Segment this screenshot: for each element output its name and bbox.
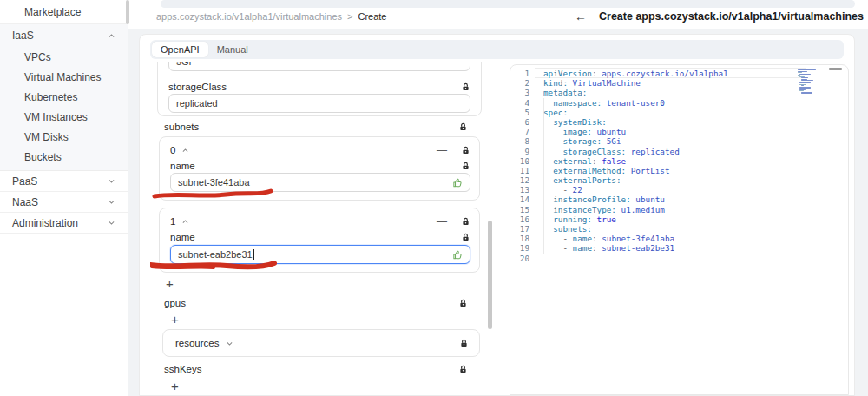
yaml-editor[interactable]: 1apiVersion: apps.cozystack.io/v1alpha12… xyxy=(510,64,849,395)
storageclass-value: replicated xyxy=(176,98,218,109)
editor-line: 6 systemDisk: xyxy=(510,117,848,127)
editor-line: 17 subnets: xyxy=(510,224,848,234)
thumbs-up-icon[interactable] xyxy=(452,177,464,188)
sidebar-item-vpcs[interactable]: VPCs xyxy=(0,47,128,67)
content-area: OpenAPI Manual 5Gi storageClass replicat… xyxy=(128,29,868,396)
sidebar-item-label: VM Disks xyxy=(24,131,69,143)
storageclass-input[interactable]: replicated xyxy=(168,94,470,113)
chevron-down-icon[interactable] xyxy=(226,340,233,347)
lock-icon[interactable] xyxy=(458,122,468,132)
background-page-strip xyxy=(161,0,855,8)
gpus-label: gpus xyxy=(164,298,186,308)
sidebar-section-administration[interactable]: Administration xyxy=(0,213,128,234)
editor-minimap-slider[interactable] xyxy=(829,68,842,70)
editor-line: 7 image: ubuntu xyxy=(510,127,848,136)
drawer-header: ← Create apps.cozystack.io/v1alpha1/virt… xyxy=(575,10,864,23)
sidebar-scrollbar[interactable] xyxy=(126,0,129,24)
editor-line: 13 - 22 xyxy=(510,185,848,195)
sidebar-item-virtual-machines[interactable]: Virtual Machines xyxy=(0,67,128,87)
subnet-name-value: subnet-eab2be31 xyxy=(178,249,253,260)
editor-line: 9 storageClass: replicated xyxy=(510,147,848,156)
name-label: name xyxy=(170,161,195,171)
sidebar-item-label: Virtual Machines xyxy=(24,71,102,83)
lock-icon[interactable] xyxy=(459,339,469,348)
editor-line: 16 running: true xyxy=(510,214,848,224)
sidebar-item-label: VPCs xyxy=(24,51,51,63)
screen: Marketplace IaaS VPCs Virtual Machines K… xyxy=(0,0,868,396)
sidebar-section-label: IaaS xyxy=(12,30,34,42)
remove-item-button[interactable]: — xyxy=(437,216,447,227)
chevron-down-icon xyxy=(108,177,115,185)
remove-item-button[interactable]: — xyxy=(437,145,447,155)
page-title: Create apps.cozystack.io/v1alpha1/virtua… xyxy=(599,10,864,23)
subnet-item-index: 1 xyxy=(170,216,175,227)
sidebar-section-naas[interactable]: NaaS xyxy=(0,192,128,213)
breadcrumb-separator: > xyxy=(347,11,352,22)
editor-line: 14 instanceProfile: ubuntu xyxy=(510,195,848,204)
sidebar-item-label: Marketplace xyxy=(24,6,81,18)
back-arrow-icon[interactable]: ← xyxy=(575,10,587,23)
openapi-form: 5Gi storageClass replicated subnets xyxy=(150,62,490,396)
sidebar-item-vm-instances[interactable]: VM Instances xyxy=(0,107,128,127)
add-sshkey-button[interactable]: + xyxy=(171,380,179,393)
sidebar-section-paas[interactable]: PaaS xyxy=(0,171,128,192)
editor-line: 15 instanceType: u1.medium xyxy=(510,205,848,214)
form-scrollbar[interactable] xyxy=(488,221,492,329)
breadcrumb-current: Create xyxy=(358,11,386,22)
lock-icon[interactable] xyxy=(461,217,470,227)
tab-manual[interactable]: Manual xyxy=(208,42,257,57)
subnet-name-input-0[interactable]: subnet-3fe41aba xyxy=(170,173,470,192)
sidebar-item-label: Kubernetes xyxy=(24,91,77,103)
sidebar-item-label: VM Instances xyxy=(24,111,88,123)
subnet-item-index: 0 xyxy=(170,145,175,155)
create-form-card: OpenAPI Manual 5Gi storageClass replicat… xyxy=(139,34,855,396)
systemdisk-group-card: 5Gi storageClass replicated xyxy=(157,62,482,116)
storage-input[interactable]: 5Gi xyxy=(168,62,470,71)
breadcrumb: apps.cozystack.io/v1alpha1/virtualmachin… xyxy=(156,11,386,22)
chevron-up-icon xyxy=(108,32,115,40)
editor-line: 8 storage: 5Gi xyxy=(510,136,848,146)
editor-line: 12 externalPorts: xyxy=(510,175,848,185)
sidebar-item-buckets[interactable]: Buckets xyxy=(0,147,128,167)
subnets-label: subnets xyxy=(164,122,199,132)
editor-minimap[interactable] xyxy=(798,69,822,96)
chevron-down-icon xyxy=(108,219,115,227)
subnet-name-input-1[interactable]: subnet-eab2be31 xyxy=(170,245,470,264)
add-subnet-button[interactable]: + xyxy=(166,277,174,290)
lock-icon[interactable] xyxy=(458,299,468,308)
thumbs-up-icon[interactable] xyxy=(452,249,464,261)
sidebar-item-marketplace[interactable]: Marketplace xyxy=(0,0,128,24)
add-gpu-button[interactable]: + xyxy=(171,313,179,326)
resources-label: resources xyxy=(175,338,220,348)
breadcrumb-path[interactable]: apps.cozystack.io/v1alpha1/virtualmachin… xyxy=(156,11,342,22)
text-cursor xyxy=(253,249,254,260)
lock-icon[interactable] xyxy=(461,82,470,92)
subnet-name-value: subnet-3fe41aba xyxy=(178,177,250,188)
sidebar-section-iaas[interactable]: IaaS xyxy=(0,24,128,47)
lock-icon[interactable] xyxy=(458,365,468,374)
sidebar-section-label: PaaS xyxy=(12,175,37,188)
name-label: name xyxy=(170,232,195,242)
chevron-up-icon[interactable] xyxy=(181,147,189,155)
sidebar: Marketplace IaaS VPCs Virtual Machines K… xyxy=(0,0,128,396)
lock-icon[interactable] xyxy=(461,233,470,242)
chevron-up-icon[interactable] xyxy=(181,218,189,226)
editor-line: 10 external: false xyxy=(510,156,848,166)
chevron-down-icon xyxy=(108,198,115,206)
resources-card[interactable]: resources xyxy=(162,329,480,357)
subnet-item-1-card: 1 — name subnet-eab2be31 xyxy=(159,208,480,273)
editor-line: 18 - name: subnet-3fe41aba xyxy=(510,234,848,243)
subnet-item-0-card: 0 — name subnet-3fe41aba xyxy=(159,136,480,201)
editor-line: 20 xyxy=(510,254,848,263)
sidebar-item-vm-disks[interactable]: VM Disks xyxy=(0,127,128,147)
sidebar-item-kubernetes[interactable]: Kubernetes xyxy=(0,87,128,107)
editor-lines: 1apiVersion: apps.cozystack.io/v1alpha12… xyxy=(510,69,848,263)
tab-bar: OpenAPI Manual xyxy=(150,40,844,59)
sidebar-section-label: NaaS xyxy=(12,196,38,208)
lock-icon[interactable] xyxy=(461,162,470,171)
sidebar-item-label: Buckets xyxy=(24,151,62,163)
tab-openapi[interactable]: OpenAPI xyxy=(152,42,208,57)
editor-line: 5spec: xyxy=(510,108,848,117)
editor-line: 19 - name: subnet-eab2be31 xyxy=(510,243,848,253)
lock-icon[interactable] xyxy=(461,146,470,155)
